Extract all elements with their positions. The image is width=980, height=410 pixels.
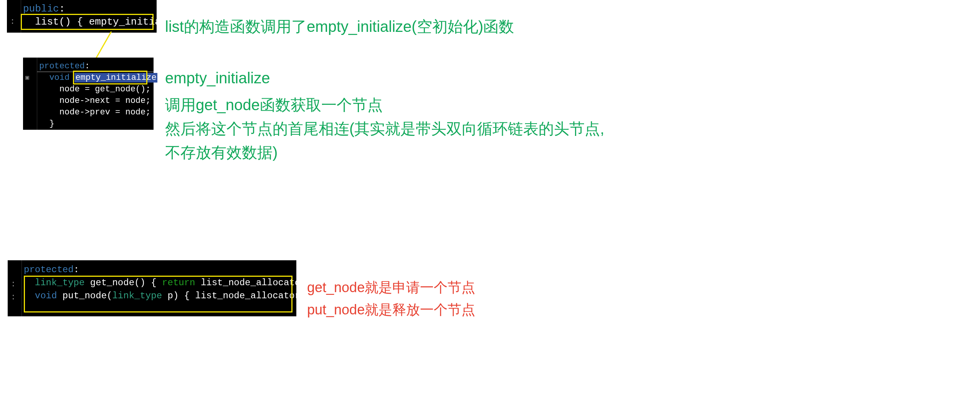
code-snippet-list-ctor: : public: list() { empty_initialize(); }: [7, 0, 157, 33]
code-line: node = get_node();: [39, 84, 154, 95]
keyword-void: void: [39, 73, 74, 83]
code-line: node->prev = node;: [39, 107, 154, 118]
annotation-list-ctor: list的构造函数调用了empty_initialize(空初始化)函数: [165, 15, 514, 38]
code-line: }: [39, 118, 154, 130]
annotation-line: put_node就是释放一个节点: [307, 299, 475, 321]
annotation-title: empty_initialize: [165, 66, 604, 90]
gutter-marker: :: [10, 15, 15, 28]
code-line: public:: [23, 2, 157, 15]
annotation-line: 调用get_node函数获取一个节点: [165, 93, 604, 117]
keyword-public: public: [23, 3, 59, 15]
highlight-box: [73, 71, 147, 84]
code-line: protected:: [24, 263, 296, 276]
gutter-marker: :: [11, 291, 16, 304]
code-gutter: ▣: [23, 58, 37, 130]
keyword-protected: protected: [24, 265, 74, 275]
code-gutter: :: [7, 0, 21, 33]
annotation-get-put-node: get_node就是申请一个节点 put_node就是释放一个节点: [307, 276, 475, 321]
annotation-empty-initialize: empty_initialize 调用get_node函数获取一个节点 然后将这…: [165, 66, 604, 164]
code-snippet-get-put-node: : : protected: link_type get_node() { re…: [8, 260, 296, 316]
code-line: node->next = node;: [39, 95, 154, 107]
highlight-box: [21, 14, 154, 30]
gutter-marker: :: [11, 278, 16, 291]
annotation-line: 然后将这个节点的首尾相连(其实就是带头双向循环链表的头节点,: [165, 117, 604, 141]
code-gutter: : :: [8, 260, 22, 316]
annotation-line: 不存放有效数据): [165, 141, 604, 164]
collapse-marker-icon: ▣: [25, 72, 29, 84]
annotation-line: get_node就是申请一个节点: [307, 276, 475, 299]
code-snippet-empty-initialize: ▣ protected: void empty_initialize() { n…: [23, 58, 154, 130]
keyword-protected: protected: [39, 61, 85, 71]
highlight-box: [24, 276, 293, 312]
